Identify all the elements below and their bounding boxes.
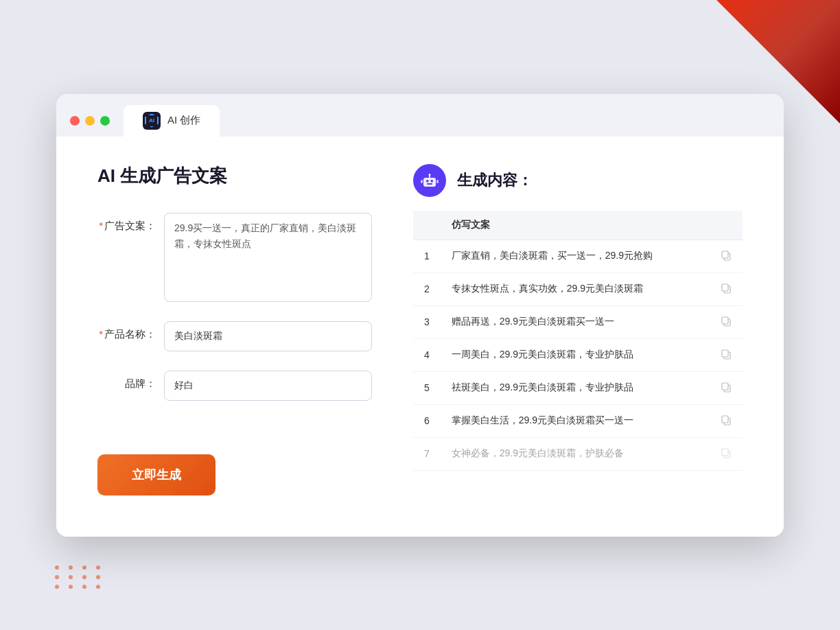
table-header-num (413, 211, 441, 240)
table-row: 2 专抹女性斑点，真实功效，29.9元美白淡斑霜 (413, 272, 743, 305)
table-row: 5 祛斑美白，29.9元美白淡斑霜，专业护肤品 (413, 371, 743, 404)
row-text: 赠品再送，29.9元美白淡斑霜买一送一 (441, 305, 710, 338)
window-controls (70, 116, 110, 126)
table-header-copy: 仿写文案 (441, 211, 710, 240)
svg-rect-7 (436, 180, 439, 183)
copy-button[interactable] (710, 272, 743, 305)
svg-rect-13 (722, 317, 728, 324)
product-name-row: *产品名称： (97, 321, 372, 351)
left-panel: AI 生成广告文案 *广告文案： 29.9买一送一，真正的厂家直销，美白淡斑霜，… (97, 164, 372, 495)
svg-rect-1 (426, 180, 429, 183)
svg-rect-0 (423, 178, 436, 187)
svg-rect-9 (722, 251, 728, 258)
row-number: 7 (413, 437, 441, 470)
row-number: 2 (413, 272, 441, 305)
copy-button[interactable] (710, 338, 743, 371)
close-button[interactable] (70, 116, 80, 126)
maximize-button[interactable] (100, 116, 110, 126)
copy-button[interactable] (710, 404, 743, 437)
table-row: 3 赠品再送，29.9元美白淡斑霜买一送一 (413, 305, 743, 338)
row-number: 3 (413, 305, 441, 338)
ad-copy-label: *广告文案： (97, 213, 156, 233)
title-bar: AI AI 创作 (56, 94, 784, 137)
row-text: 女神必备，29.9元美白淡斑霜，护肤必备 (441, 437, 710, 470)
brand-input[interactable] (164, 371, 372, 401)
tab-label: AI 创作 (167, 114, 200, 127)
svg-rect-2 (431, 180, 434, 183)
row-text: 掌握美白生活，29.9元美白淡斑霜买一送一 (441, 404, 710, 437)
table-row: 6 掌握美白生活，29.9元美白淡斑霜买一送一 (413, 404, 743, 437)
copy-button[interactable] (710, 437, 743, 470)
table-row: 7 女神必备，29.9元美白淡斑霜，护肤必备 (413, 437, 743, 470)
brand-label: 品牌： (97, 371, 156, 390)
result-table: 仿写文案 1 厂家直销，美白淡斑霜，买一送一，29.9元抢购 2 专抹女性斑点，… (413, 211, 743, 471)
required-star-product: * (99, 328, 103, 340)
copy-button[interactable] (710, 305, 743, 338)
ad-copy-row: *广告文案： 29.9买一送一，真正的厂家直销，美白淡斑霜，专抹女性斑点 (97, 213, 372, 302)
svg-rect-6 (421, 180, 423, 183)
svg-rect-15 (722, 350, 728, 357)
ad-copy-textarea[interactable]: 29.9买一送一，真正的厂家直销，美白淡斑霜，专抹女性斑点 (164, 213, 372, 302)
svg-rect-11 (722, 284, 728, 291)
row-number: 1 (413, 240, 441, 272)
row-text: 专抹女性斑点，真实功效，29.9元美白淡斑霜 (441, 272, 710, 305)
table-row: 4 一周美白，29.9元美白淡斑霜，专业护肤品 (413, 338, 743, 371)
copy-button[interactable] (710, 371, 743, 404)
row-number: 4 (413, 338, 441, 371)
row-text: 厂家直销，美白淡斑霜，买一送一，29.9元抢购 (441, 240, 710, 272)
tab-ai-create[interactable]: AI AI 创作 (124, 105, 220, 137)
minimize-button[interactable] (85, 116, 95, 126)
product-name-label: *产品名称： (97, 321, 156, 341)
result-title: 生成内容： (457, 170, 533, 191)
brand-row: 品牌： (97, 371, 372, 401)
row-number: 5 (413, 371, 441, 404)
generate-button[interactable]: 立即生成 (97, 454, 215, 495)
table-header-action (710, 211, 743, 240)
result-header: 生成内容： (413, 164, 743, 197)
copy-button[interactable] (710, 240, 743, 272)
bg-decoration-dots (55, 565, 104, 589)
svg-rect-17 (722, 383, 728, 390)
svg-rect-21 (722, 449, 728, 456)
required-star-ad: * (99, 220, 103, 231)
ai-icon: AI (143, 112, 161, 130)
robot-icon (413, 164, 446, 197)
svg-rect-3 (427, 183, 432, 185)
tab-bar: AI AI 创作 (124, 105, 220, 137)
table-row: 1 厂家直销，美白淡斑霜，买一送一，29.9元抢购 (413, 240, 743, 272)
browser-window: AI AI 创作 AI 生成广告文案 *广告文案： 29.9买一送一，真正的厂家… (56, 94, 784, 537)
row-text: 祛斑美白，29.9元美白淡斑霜，专业护肤品 (441, 371, 710, 404)
svg-rect-19 (722, 416, 728, 423)
main-content: AI 生成广告文案 *广告文案： 29.9买一送一，真正的厂家直销，美白淡斑霜，… (56, 137, 784, 537)
right-panel: 生成内容： 仿写文案 1 厂家直销，美白淡斑霜，买一送一，29.9元抢购 (413, 164, 743, 495)
product-name-input[interactable] (164, 321, 372, 351)
svg-point-5 (429, 174, 431, 176)
panel-title: AI 生成广告文案 (97, 164, 372, 188)
row-number: 6 (413, 404, 441, 437)
row-text: 一周美白，29.9元美白淡斑霜，专业护肤品 (441, 338, 710, 371)
